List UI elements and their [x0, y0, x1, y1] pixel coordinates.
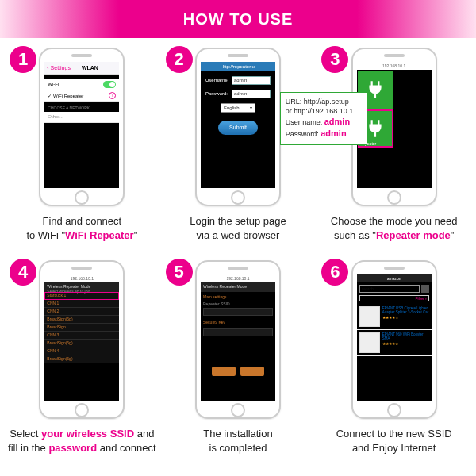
step-caption: Select your wireless SSID and fill in th… [8, 427, 155, 455]
screen-title: WLAN [82, 65, 98, 71]
list-item[interactable]: CNN 3 [44, 332, 119, 340]
username-label: Username: [205, 78, 229, 83]
step-caption: The installation is completed [203, 427, 272, 455]
list-item[interactable]: CNN 1 [44, 300, 119, 308]
action-button[interactable] [212, 367, 236, 376]
browser-screen: amazon search Filter › EPIANT USB Cigret… [357, 274, 432, 401]
login-screen: Http://repeater.ui Username: admin Passw… [201, 62, 275, 188]
main-settings-label: Main settings [201, 292, 275, 301]
phone-mockup: 192.168.10.1 Wireless Repeater Mode Sele… [39, 260, 125, 419]
security-key-label: Security Key [201, 317, 275, 327]
wifi-toggle-on[interactable] [103, 81, 116, 88]
home-button[interactable] [75, 190, 89, 205]
step-badge: 4 [10, 259, 36, 286]
screen-title: Wireless Repeater Mode [201, 282, 275, 292]
key-input[interactable] [203, 328, 273, 336]
search-input[interactable]: search [359, 285, 420, 293]
site-header: amazon [357, 274, 432, 282]
wifi-settings-screen: ‹ Settings WLAN Wi-Fi ✓ WiFi Repeater i … [44, 62, 119, 188]
plug-icon [365, 118, 386, 139]
page-header: HOW TO USE [0, 0, 476, 38]
filter-link[interactable]: Filter › [359, 295, 429, 301]
product-image [359, 306, 380, 327]
step-6: 6 amazon search Filter › EPIANT USB Cigr… [320, 257, 468, 466]
step-2: 2 Http://repeater.ui Username: admin Pas… [164, 44, 313, 254]
ssid-input[interactable] [203, 308, 273, 316]
step-badge: 5 [166, 259, 193, 286]
step-caption: Connect to the new SSID and Enjoy Intern… [336, 427, 452, 455]
stars-icon: ★★★★☆ [382, 315, 398, 320]
url-bar: Http://repeater.ui [201, 62, 275, 71]
phone-mockup: 192.168.10.1 AP Repeater URL: http:// [351, 48, 437, 206]
network-list: Starbuck 1 CNN 1 CNN 2 BroadSign(5g) Bro… [44, 292, 119, 363]
mode-select-screen: 192.168.10.1 AP Repeater [357, 62, 432, 188]
home-button[interactable] [387, 403, 401, 417]
language-select[interactable]: English▾ [221, 103, 255, 113]
phone-mockup: Http://repeater.ui Username: admin Passw… [195, 48, 281, 206]
step-caption: Choose the mode you need such as "Repeat… [331, 214, 458, 242]
step-3: 3 192.168.10.1 AP Repeater [320, 44, 468, 254]
home-button[interactable] [387, 190, 401, 205]
password-label: Password: [205, 91, 229, 96]
password-input[interactable]: admin [232, 90, 271, 98]
home-button[interactable] [75, 403, 89, 417]
list-item[interactable]: CNN 4 [44, 347, 119, 355]
info-icon[interactable]: i [109, 92, 116, 99]
action-button[interactable] [240, 367, 264, 376]
home-button[interactable] [231, 403, 245, 417]
username-input[interactable]: admin [232, 76, 271, 85]
step-caption: Find and connect to WiFi "WiFi Repeater" [26, 214, 137, 242]
submit-button[interactable]: Submit [218, 121, 258, 135]
step-badge: 2 [166, 46, 193, 73]
address-bar: 192.168.10.1 [357, 62, 432, 70]
product-row[interactable]: EPIANT 960 WiFi Booster SMA★★★★★ [357, 330, 432, 356]
choose-network-label: CHOOSE A NETWORK... [44, 102, 119, 112]
list-item[interactable]: BroadSign(5g) [44, 355, 119, 363]
screen-title: Wireless Repeater Mode Select wireless a… [44, 282, 119, 292]
plug-icon [365, 79, 386, 100]
back-link[interactable]: ‹ Settings [47, 65, 71, 71]
step-badge: 6 [321, 259, 348, 286]
step-badge: 1 [10, 46, 36, 73]
list-item[interactable]: BroadSign [44, 324, 119, 332]
credentials-callout: URL: http://ap.setup or http://192.168.1… [280, 92, 367, 145]
list-item[interactable]: BroadSign(5g) [44, 340, 119, 347]
installation-screen: 192.168.10.1 Wireless Repeater Mode Main… [201, 274, 275, 401]
phone-mockup: 192.168.10.1 Wireless Repeater Mode Main… [195, 260, 281, 419]
ssid-list-screen: 192.168.10.1 Wireless Repeater Mode Sele… [44, 274, 119, 401]
other-row[interactable]: Other... [44, 112, 119, 123]
wifi-toggle-row[interactable]: Wi-Fi [44, 79, 119, 90]
header-title: HOW TO USE [183, 10, 294, 29]
step-1: 1 ‹ Settings WLAN Wi-Fi ✓ WiFi Repeater … [8, 44, 156, 254]
steps-grid: 1 ‹ Settings WLAN Wi-Fi ✓ WiFi Repeater … [0, 38, 476, 476]
home-button[interactable] [231, 190, 245, 205]
step-caption: Login the setup page via a wed browser [190, 214, 286, 242]
selected-network-row[interactable]: ✓ WiFi Repeater i [44, 90, 119, 102]
product-row[interactable]: EPIANT USB Cigrete Lighter Adapter Split… [357, 304, 432, 330]
step-5: 5 192.168.10.1 Wireless Repeater Mode Ma… [164, 257, 313, 466]
search-button[interactable] [421, 285, 429, 293]
step-badge: 3 [321, 46, 348, 73]
phone-mockup: ‹ Settings WLAN Wi-Fi ✓ WiFi Repeater i … [39, 48, 125, 206]
phone-mockup: amazon search Filter › EPIANT USB Cigret… [351, 260, 437, 419]
stars-icon: ★★★★★ [382, 341, 398, 346]
chevron-down-icon: ▾ [250, 105, 252, 110]
list-item[interactable]: CNN 2 [44, 308, 119, 316]
step-4: 4 192.168.10.1 Wireless Repeater Mode Se… [8, 257, 156, 466]
product-image [359, 332, 380, 353]
list-item[interactable]: BroadSign(5g) [44, 316, 119, 324]
